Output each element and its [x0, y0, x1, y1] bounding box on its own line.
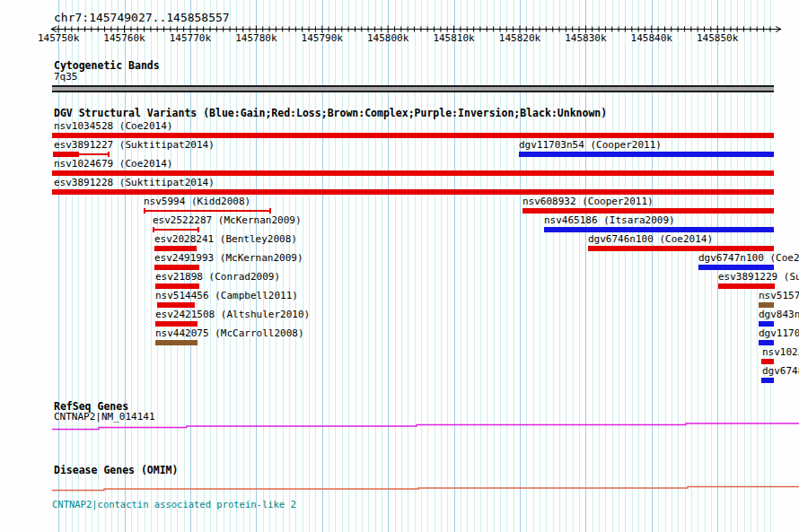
- genome-browser-panel: chr7:145749027..145858557 145750k145760k…: [0, 0, 799, 532]
- omim-gene-line[interactable]: [0, 0, 799, 532]
- omim-gene-name: CNTNAP2|contactin associated protein-lik…: [52, 499, 296, 510]
